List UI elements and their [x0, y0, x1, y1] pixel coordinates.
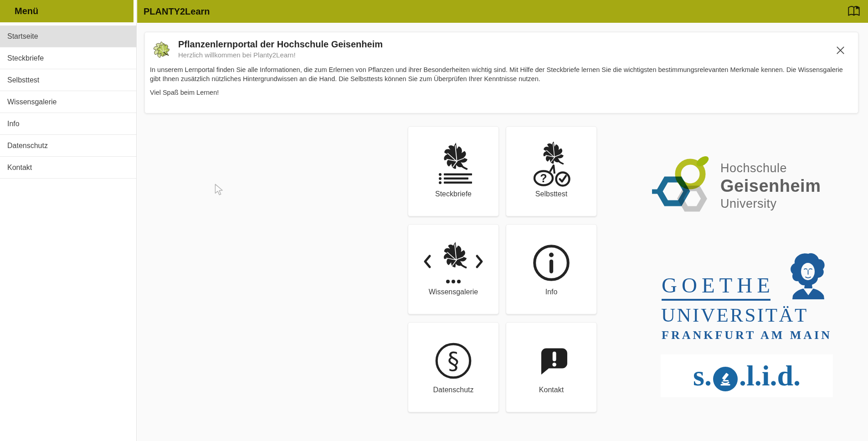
green-leaf-icon — [153, 39, 171, 59]
sidebar-item-steckbriefe[interactable]: Steckbriefe — [0, 47, 136, 69]
geisenheim-logo-line2: Geisenheim — [720, 176, 821, 196]
sidebar-item-label: Info — [7, 120, 20, 128]
geisenheim-logo-line3: University — [720, 196, 821, 211]
sidebar-item-info[interactable]: Info — [0, 113, 136, 135]
tile-wissensgalerie[interactable]: Wissensgalerie — [408, 224, 499, 314]
info-circle-icon — [530, 241, 572, 285]
sidebar-menu-list: Startseite Steckbriefe Selbsttest Wissen… — [0, 22, 136, 179]
tile-info[interactable]: Info — [506, 224, 597, 314]
planty2learn-app: Menü Startseite Steckbriefe Selbsttest W… — [0, 0, 868, 441]
paragraph-circle-icon: § — [432, 339, 474, 383]
sidebar-item-label: Datenschutz — [7, 142, 48, 150]
tile-label: Info — [545, 288, 558, 296]
tile-label: Wissensgalerie — [429, 288, 478, 296]
leaf-carousel-icon — [423, 241, 483, 285]
tile-grid: Steckbriefe ? Selbsttest — [408, 126, 597, 412]
microscope-icon — [713, 367, 738, 391]
welcome-subtitle: Herzlich willkommen bei Planty2Learn! — [178, 51, 383, 59]
goethe-portrait-icon — [787, 253, 829, 299]
solid-logo-suffix: .l.i.d. — [739, 359, 801, 393]
welcome-closing-text: Viel Spaß beim Lernen! — [145, 83, 858, 96]
sidebar-item-label: Startseite — [7, 32, 38, 41]
tile-kontakt[interactable]: Kontakt — [506, 322, 597, 412]
leaf-list-icon — [430, 143, 477, 187]
welcome-title: Pflanzenlernportal der Hochschule Geisen… — [178, 39, 383, 50]
app-title: PLANTY2Learn — [144, 6, 210, 17]
tile-label: Steckbriefe — [435, 190, 472, 198]
sidebar-item-kontakt[interactable]: Kontakt — [0, 157, 136, 179]
sidebar-menu-header: Menü — [0, 0, 134, 22]
mouse-cursor — [214, 184, 225, 195]
sidebar-item-label: Selbsttest — [7, 76, 39, 84]
tile-selbsttest[interactable]: ? Selbsttest — [506, 126, 597, 216]
svg-text:?: ? — [540, 172, 547, 185]
welcome-body-text: In unserem Lernportal finden Sie alle In… — [145, 59, 858, 83]
sidebar-item-datenschutz[interactable]: Datenschutz — [0, 135, 136, 157]
tile-label: Kontakt — [539, 386, 564, 394]
welcome-card: Pflanzenlernportal der Hochschule Geisen… — [144, 32, 858, 113]
svg-text:§: § — [447, 347, 459, 374]
solid-logo-prefix: s. — [693, 359, 712, 393]
sidebar-item-label: Kontakt — [7, 164, 32, 172]
glossary-book-icon[interactable] — [846, 4, 862, 19]
speech-bubble-exclamation-icon — [530, 339, 572, 383]
geisenheim-logo-line1: Hochschule — [720, 161, 821, 176]
goethe-logo-line3: FRANKFURT AM MAIN — [662, 328, 832, 342]
tile-label: Selbsttest — [535, 190, 567, 198]
goethe-logo-line1: GOETHE — [662, 273, 775, 297]
sidebar-item-label: Steckbriefe — [7, 54, 44, 62]
sidebar-item-selbsttest[interactable]: Selbsttest — [0, 69, 136, 91]
sidebar-item-startseite[interactable]: Startseite — [0, 26, 136, 47]
sidebar: Menü Startseite Steckbriefe Selbsttest W… — [0, 0, 137, 441]
solid-logo: s. .l.i.d. — [661, 354, 833, 397]
welcome-card-header: Pflanzenlernportal der Hochschule Geisen… — [145, 32, 858, 59]
tile-steckbriefe[interactable]: Steckbriefe — [408, 126, 499, 216]
goethe-logo-rule — [662, 299, 770, 301]
sidebar-item-label: Wissensgalerie — [7, 98, 56, 106]
menu-header-label: Menü — [15, 6, 38, 16]
main-content: Pflanzenlernportal der Hochschule Geisen… — [137, 23, 868, 441]
hochschule-geisenheim-logo: Hochschule Geisenheim University — [652, 154, 821, 218]
tile-datenschutz[interactable]: § Datenschutz — [408, 322, 499, 412]
sidebar-item-wissensgalerie[interactable]: Wissensgalerie — [0, 91, 136, 113]
geisenheim-logo-mark — [652, 154, 713, 218]
goethe-logo-line2: UNIVERSITÄT — [661, 304, 808, 326]
tile-label: Datenschutz — [433, 386, 474, 394]
app-bar: PLANTY2Learn — [137, 0, 868, 23]
leaf-question-check-icon: ? — [526, 143, 576, 187]
close-icon[interactable] — [834, 44, 846, 56]
